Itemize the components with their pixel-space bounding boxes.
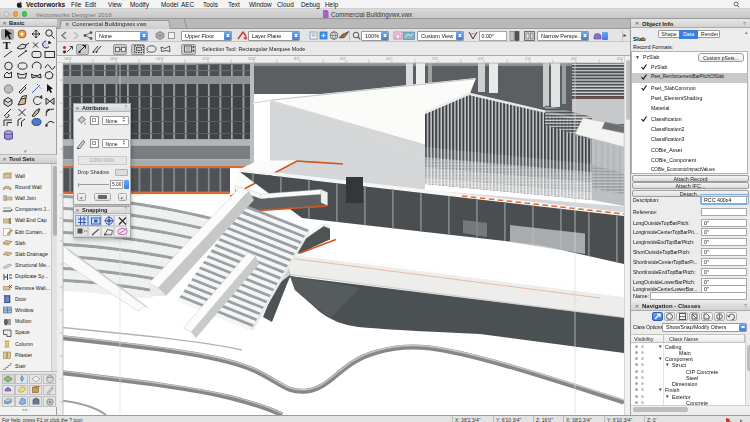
svg-text:4'0": 4'0" bbox=[386, 57, 393, 61]
svg-text:8'0": 8'0" bbox=[294, 57, 301, 61]
svg-text:T: T bbox=[3, 39, 11, 51]
svg-text:0'0": 0'0" bbox=[478, 57, 485, 61]
svg-text:-2'0": -2'0" bbox=[524, 57, 532, 61]
svg-text:-4'0": -4'0" bbox=[570, 57, 578, 61]
svg-text:10'0": 10'0" bbox=[248, 57, 257, 61]
svg-text:18'0": 18'0" bbox=[64, 57, 73, 61]
svg-text:12'0": 12'0" bbox=[202, 57, 211, 61]
svg-text:6'0": 6'0" bbox=[340, 57, 347, 61]
svg-text:-6'0": -6'0" bbox=[616, 57, 624, 61]
svg-text:16'0": 16'0" bbox=[110, 57, 119, 61]
svg-text:14'0": 14'0" bbox=[156, 57, 165, 61]
svg-text:2'0": 2'0" bbox=[432, 57, 439, 61]
